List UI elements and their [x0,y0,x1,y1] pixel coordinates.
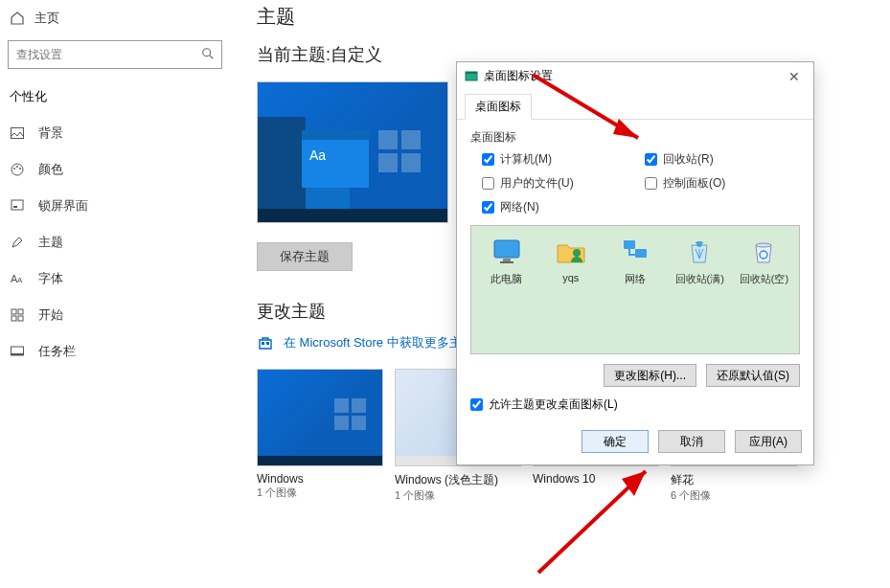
dialog-title-text: 桌面图标设置 [484,68,553,84]
restore-defaults-button[interactable]: 还原默认值(S) [706,364,800,387]
dialog-titlebar: 桌面图标设置 ✕ [457,62,813,90]
picture-icon [10,125,25,141]
check-computer-box[interactable] [482,153,494,166]
check-userfiles-box[interactable] [482,177,494,190]
icon-user[interactable]: yqs [543,236,598,286]
svg-rect-17 [262,342,264,345]
desktop-icons-dialog: 桌面图标设置 ✕ 桌面图标 桌面图标 计算机(M) 回收站(R) 用户的文件(U… [456,61,814,465]
check-userfiles[interactable]: 用户的文件(U) [482,175,637,192]
icon-label: 此电脑 [491,272,522,286]
apply-button[interactable]: 应用(A) [735,430,802,453]
nav-background[interactable]: 背景 [0,115,230,151]
palette-icon [10,162,25,177]
search-input[interactable] [8,40,222,69]
svg-rect-23 [500,261,513,263]
theme-name: Windows [257,472,383,486]
icon-preview-box: 此电脑 yqs 网络 回收站(满) 回收站(空) [470,225,800,354]
theme-card[interactable]: Windows 1 个图像 [257,369,383,503]
icon-label: 回收站(满) [675,272,724,286]
svg-point-3 [11,164,23,175]
svg-point-24 [573,249,581,257]
bin-empty-icon [750,237,777,266]
store-icon [257,334,274,351]
svg-point-5 [16,166,18,168]
nav-themes[interactable]: 主题 [0,224,230,260]
theme-preview[interactable]: Aa [257,81,448,223]
svg-text:A: A [17,276,23,284]
search-wrap [8,40,222,69]
svg-rect-26 [635,249,647,258]
svg-rect-13 [11,316,16,321]
store-link-label: 在 Microsoft Store 中获取更多主题 [284,334,474,351]
dialog-tabs: 桌面图标 [457,90,813,120]
check-computer[interactable]: 计算机(M) [482,151,637,168]
check-network[interactable]: 网络(N) [482,199,637,215]
theme-count: 6 个图像 [671,488,797,503]
check-controlpanel[interactable]: 控制面板(O) [645,175,800,192]
section-label: 个性化 [0,82,230,115]
monitor-icon [491,237,522,266]
nav-label: 字体 [38,270,63,287]
nav-label: 背景 [38,124,63,142]
svg-point-4 [13,168,15,170]
nav-start[interactable]: 开始 [0,297,230,333]
check-recycle-box[interactable] [645,153,657,166]
svg-rect-12 [18,309,23,314]
svg-rect-25 [624,240,635,249]
svg-point-28 [756,243,771,247]
svg-rect-20 [466,72,477,74]
nav-fonts[interactable]: AA 字体 [0,260,230,297]
nav-colors[interactable]: 颜色 [0,151,230,188]
nav-label: 颜色 [38,161,63,178]
svg-rect-14 [18,316,23,321]
home-link[interactable]: 主页 [0,6,230,31]
taskbar-icon [10,344,25,359]
close-icon[interactable]: ✕ [783,69,806,84]
cancel-button[interactable]: 取消 [658,430,725,453]
check-recycle[interactable]: 回收站(R) [645,151,800,168]
theme-count: 1 个图像 [395,488,521,503]
settings-sidebar: 主页 个性化 背景 颜色 锁屏界面 主题 AA 字体 开始 任务栏 [0,0,230,588]
home-icon [10,11,25,26]
checkbox-grid: 计算机(M) 回收站(R) 用户的文件(U) 控制面板(O) 网络(N) [470,151,800,215]
ok-button[interactable]: 确定 [582,430,649,453]
bin-full-icon [686,237,713,266]
svg-rect-22 [503,259,511,261]
allow-theme-change-box[interactable] [470,398,483,411]
svg-rect-11 [11,309,16,314]
icon-recycle-empty[interactable]: 回收站(空) [737,236,791,286]
allow-theme-change[interactable]: 允许主题更改桌面图标(L) [470,396,800,413]
svg-point-27 [696,241,702,247]
svg-rect-16 [11,353,24,355]
theme-name: Windows (浅色主题) [395,472,521,488]
icon-this-pc[interactable]: 此电脑 [479,236,534,286]
page-title: 主题 [257,4,870,30]
nav-label: 主题 [38,234,63,251]
icon-network[interactable]: 网络 [607,236,662,286]
theme-count: 1 个图像 [257,486,383,500]
icon-label: yqs [562,272,579,283]
svg-rect-7 [11,200,23,210]
check-controlpanel-box[interactable] [645,177,657,190]
svg-rect-18 [266,342,269,345]
svg-rect-8 [13,206,17,208]
font-icon: AA [10,271,25,286]
save-theme-button[interactable]: 保存主题 [257,242,353,271]
nav-taskbar[interactable]: 任务栏 [0,333,230,370]
icon-recycle-full[interactable]: 回收站(满) [673,236,727,286]
nav-lockscreen[interactable]: 锁屏界面 [0,188,230,224]
nav-label: 任务栏 [38,343,76,360]
home-label: 主页 [34,10,59,27]
tab-desktop-icons[interactable]: 桌面图标 [465,94,532,120]
theme-name: 鲜花 [671,472,797,488]
theme-name: Windows 10 [533,472,659,486]
icon-label: 回收站(空) [740,272,788,286]
nav-label: 锁屏界面 [38,197,88,215]
search-icon [201,47,215,64]
network-icon [620,237,650,266]
change-icon-button[interactable]: 更改图标(H)... [604,364,696,387]
svg-point-6 [19,168,21,170]
svg-rect-21 [494,240,519,258]
check-network-box[interactable] [482,201,494,214]
svg-line-1 [210,56,214,59]
